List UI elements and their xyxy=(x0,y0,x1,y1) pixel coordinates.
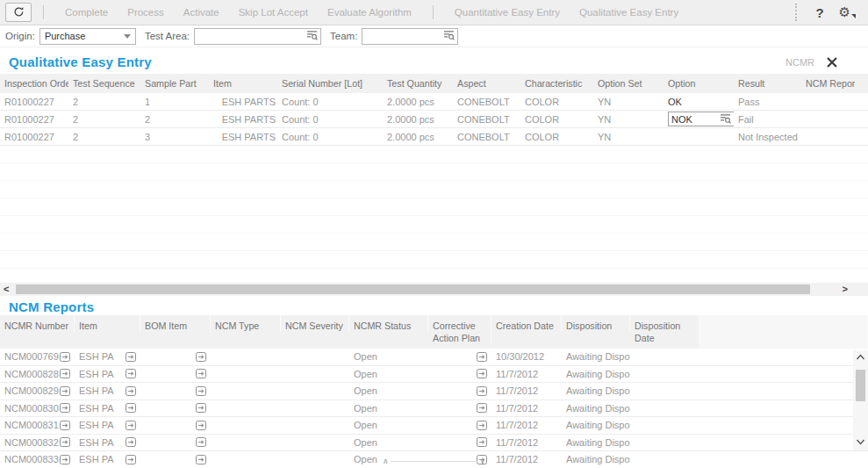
scroll-down-icon[interactable] xyxy=(855,436,866,449)
link-arrow-icon[interactable] xyxy=(60,352,70,362)
col-disposition-date[interactable]: Disposition Date xyxy=(630,315,699,344)
horizontal-scrollbar[interactable]: < > xyxy=(0,283,868,296)
link-arrow-icon[interactable] xyxy=(60,386,70,396)
col-ncmr-number[interactable]: NCMR Number xyxy=(0,315,75,332)
table-row[interactable]: NCM000829 ESH PA Open 11/7/2012 Awaiting… xyxy=(0,383,868,400)
table-row[interactable]: NCM000830 ESH PA Open 11/7/2012 Awaiting… xyxy=(0,400,868,418)
origin-select[interactable]: Purchase xyxy=(39,28,136,45)
link-arrow-icon[interactable] xyxy=(60,421,70,430)
splitter-up-icon[interactable]: ∧ xyxy=(383,457,389,465)
skip-lot-accept-button[interactable]: Skip Lot Accept xyxy=(239,7,308,18)
col-sample-part[interactable]: Sample Part xyxy=(140,78,209,89)
col-test-sequence[interactable]: Test Sequence xyxy=(68,78,140,89)
refresh-button[interactable] xyxy=(5,3,32,22)
col-serial-number[interactable]: Serial Number [Lot] xyxy=(277,78,383,89)
col-option-set[interactable]: Option Set xyxy=(593,78,664,89)
value-help-icon[interactable] xyxy=(720,113,731,126)
col-disposition[interactable]: Disposition xyxy=(562,315,630,332)
link-arrow-icon[interactable] xyxy=(126,437,136,447)
col-ncmr-status[interactable]: NCMR Status xyxy=(349,315,428,332)
result-cell: Not Inspected xyxy=(734,132,801,142)
settings-button[interactable]: ⚙ xyxy=(839,4,856,20)
col-inspection-order[interactable]: Inspection Order xyxy=(0,78,68,89)
table-row[interactable]: NCM000828 ESH PA Open 11/7/2012 Awaiting… xyxy=(0,366,868,384)
col-creation-date[interactable]: Creation Date xyxy=(491,315,562,332)
corrective-action-plan-cell xyxy=(428,421,491,430)
link-arrow-icon[interactable] xyxy=(477,369,487,378)
scroll-right-icon[interactable]: > xyxy=(843,284,848,295)
table-row[interactable]: NCM000769 ESH PA Open 10/30/2012 Awaitin… xyxy=(0,349,868,366)
splitter-down-icon[interactable]: ∨ xyxy=(480,457,486,465)
table-row[interactable]: NCM000831 ESH PA Open 11/7/2012 Awaiting… xyxy=(0,417,868,435)
value-help-icon[interactable] xyxy=(306,30,318,42)
col-result[interactable]: Result xyxy=(734,78,801,89)
link-arrow-icon[interactable] xyxy=(196,386,206,396)
item-cell: ESH PA xyxy=(75,403,140,414)
activate-button[interactable]: Activate xyxy=(183,7,219,18)
evaluate-algorithm-button[interactable]: Evaluate Algorithm xyxy=(327,7,412,18)
link-arrow-icon[interactable] xyxy=(196,352,206,362)
quantitative-easy-entry-button[interactable]: Quantitative Easy Entry xyxy=(455,7,560,18)
col-ncm-severity[interactable]: NCM Severity xyxy=(281,315,349,332)
link-arrow-icon[interactable] xyxy=(196,421,206,430)
qualitative-easy-entry-button[interactable]: Qualitative Easy Entry xyxy=(579,7,678,18)
bom-item-cell xyxy=(140,455,211,464)
vertical-scrollbar-thumb[interactable] xyxy=(856,370,865,401)
option-editor[interactable]: NOK xyxy=(668,112,734,126)
process-button[interactable]: Process xyxy=(127,7,164,18)
test-area-label: Test Area: xyxy=(145,31,190,41)
link-arrow-icon[interactable] xyxy=(196,455,206,464)
table-row[interactable]: R01000227 2 1 ESH PARTS Count: 0 2.0000 … xyxy=(0,93,868,111)
col-aspect[interactable]: Aspect xyxy=(453,78,520,89)
disposition-cell: Awaiting Dispositi xyxy=(562,454,630,464)
link-arrow-icon[interactable] xyxy=(126,386,136,396)
horizontal-scrollbar-thumb[interactable] xyxy=(16,284,810,294)
test-sequence-cell: 2 xyxy=(68,132,140,142)
value-help-icon[interactable] xyxy=(443,30,455,42)
col-ncm-report[interactable]: NCM Repor xyxy=(801,78,868,89)
option-cell[interactable]: OK xyxy=(664,97,734,107)
option-set-cell: YN xyxy=(593,132,664,142)
link-arrow-icon[interactable] xyxy=(477,352,487,362)
col-bom-item[interactable]: BOM Item xyxy=(140,315,211,332)
qualitative-title: Qualitative Easy Entry xyxy=(9,54,152,69)
link-arrow-icon[interactable] xyxy=(60,437,70,447)
link-arrow-icon[interactable] xyxy=(126,455,136,464)
test-quantity-cell: 2.0000 pcs xyxy=(383,132,453,142)
col-item[interactable]: Item xyxy=(209,78,277,89)
test-area-input[interactable] xyxy=(197,30,306,43)
col-ncm-type[interactable]: NCM Type xyxy=(211,315,281,332)
link-arrow-icon[interactable] xyxy=(60,403,70,413)
link-arrow-icon[interactable] xyxy=(60,369,70,378)
pane-splitter[interactable]: ∧ ∨ xyxy=(383,457,485,465)
col-item[interactable]: Item xyxy=(75,315,140,332)
col-corrective-action-plan[interactable]: Corrective Action Plan xyxy=(428,315,491,344)
option-cell: NOK xyxy=(664,112,734,126)
complete-button[interactable]: Complete xyxy=(65,7,108,18)
team-input[interactable] xyxy=(365,30,443,43)
scroll-up-icon[interactable] xyxy=(855,352,866,364)
scroll-left-icon[interactable]: < xyxy=(4,284,9,295)
col-test-quantity[interactable]: Test Quantity xyxy=(383,78,453,89)
link-arrow-icon[interactable] xyxy=(60,455,70,464)
link-arrow-icon[interactable] xyxy=(126,352,136,362)
link-arrow-icon[interactable] xyxy=(196,369,206,378)
vertical-scrollbar[interactable] xyxy=(853,350,868,450)
gear-icon: ⚙ xyxy=(839,4,850,20)
link-arrow-icon[interactable] xyxy=(126,369,136,378)
table-row[interactable]: R01000227 2 2 ESH PARTS Count: 0 2.0000 … xyxy=(0,111,868,128)
col-characteristic[interactable]: Characteristic xyxy=(520,78,593,89)
link-arrow-icon[interactable] xyxy=(126,421,136,430)
link-arrow-icon[interactable] xyxy=(196,437,206,447)
table-row[interactable]: NCM000832 ESH PA Open 11/7/2012 Awaiting… xyxy=(0,435,868,452)
link-arrow-icon[interactable] xyxy=(196,403,206,413)
link-arrow-icon[interactable] xyxy=(477,403,487,413)
link-arrow-icon[interactable] xyxy=(126,403,136,413)
link-arrow-icon[interactable] xyxy=(477,386,487,396)
close-icon[interactable] xyxy=(826,56,838,68)
link-arrow-icon[interactable] xyxy=(477,437,487,447)
link-arrow-icon[interactable] xyxy=(477,421,487,430)
table-row[interactable]: R01000227 2 3 ESH PARTS Count: 0 2.0000 … xyxy=(0,128,868,146)
help-button[interactable]: ? xyxy=(815,5,823,20)
col-option[interactable]: Option xyxy=(664,78,734,89)
